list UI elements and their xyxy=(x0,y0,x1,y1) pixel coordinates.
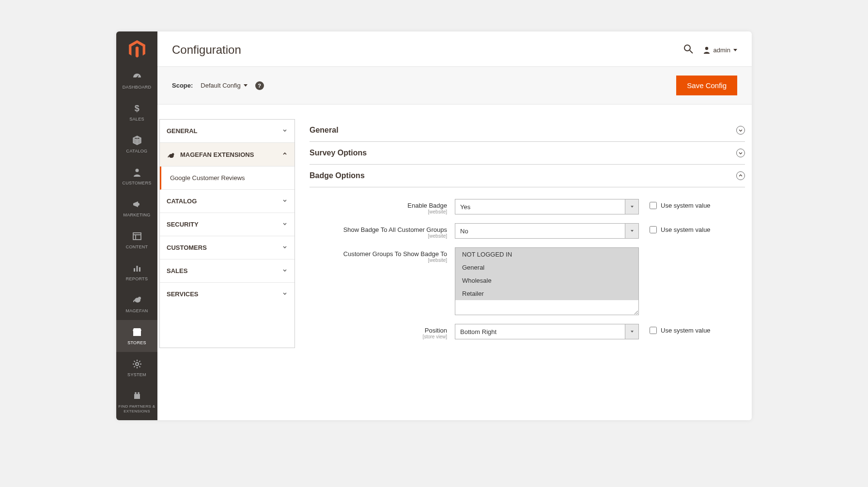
nav-item-reports[interactable]: REPORTS xyxy=(116,256,157,288)
scope-value: Default Config xyxy=(201,82,240,89)
nav-item-stores[interactable]: STORES xyxy=(116,320,157,352)
page-title: Configuration xyxy=(172,43,241,57)
chevron-down-icon xyxy=(625,324,638,339)
field-position: Position [store view] Bottom Right Use s… xyxy=(310,324,745,339)
nav-label: CATALOG xyxy=(126,149,148,153)
use-system-value[interactable]: Use system value xyxy=(639,199,711,209)
nav-item-catalog[interactable]: CATALOG xyxy=(116,128,157,160)
chevron-down-icon xyxy=(625,199,638,214)
multiselect-option[interactable]: Wholesale xyxy=(455,274,638,287)
system-value-checkbox[interactable] xyxy=(650,226,657,233)
svg-rect-4 xyxy=(133,233,141,240)
position-select[interactable]: Bottom Right xyxy=(455,324,639,339)
section-survey-header[interactable]: Survey Options xyxy=(310,142,745,165)
field-scope: [store view] xyxy=(310,334,447,339)
system-value-label: Use system value xyxy=(661,327,711,334)
admin-sidebar: DASHBOARD$SALESCATALOGCUSTOMERSMARKETING… xyxy=(116,31,157,420)
select-value: No xyxy=(460,228,468,235)
nav-label: FIND PARTNERS & EXTENSIONS xyxy=(118,404,155,413)
enable-badge-select[interactable]: Yes xyxy=(455,199,639,214)
layout-icon xyxy=(132,231,142,242)
system-value-label: Use system value xyxy=(661,202,711,209)
cube-icon xyxy=(132,135,142,146)
config-tab-magefan-extensions[interactable]: MAGEFAN EXTENSIONS xyxy=(160,143,294,167)
section-title: General xyxy=(310,126,339,135)
magento-logo[interactable] xyxy=(116,31,157,64)
field-label: Customer Groups To Show Badge To xyxy=(343,250,447,258)
user-icon xyxy=(703,46,711,54)
field-enable-badge: Enable Badge [website] Yes Use system va… xyxy=(310,199,745,214)
magento-logo-icon xyxy=(129,40,145,59)
section-badge-header[interactable]: Badge Options xyxy=(310,165,745,187)
nav-label: CUSTOMERS xyxy=(122,181,151,185)
multiselect-option[interactable]: NOT LOGGED IN xyxy=(455,248,638,261)
svg-point-20 xyxy=(172,153,174,155)
field-label: Show Badge To All Customer Groups xyxy=(343,226,447,233)
save-config-button[interactable]: Save Config xyxy=(676,76,737,95)
nav-item-dashboard[interactable]: DASHBOARD xyxy=(116,64,157,96)
user-menu[interactable]: admin xyxy=(703,46,737,54)
config-tab-services[interactable]: SERVICES xyxy=(160,283,294,305)
nav-label: SYSTEM xyxy=(127,372,146,377)
tab-label: GENERAL xyxy=(167,127,198,135)
tab-label: CATALOG xyxy=(167,198,197,205)
chevron-down-icon xyxy=(282,244,288,251)
nav-item-find-partners-extensions[interactable]: FIND PARTNERS & EXTENSIONS xyxy=(116,384,157,420)
system-value-checkbox[interactable] xyxy=(650,202,657,209)
nav-item-customers[interactable]: CUSTOMERS xyxy=(116,160,157,192)
config-tab-customers[interactable]: CUSTOMERS xyxy=(160,236,294,259)
multiselect-option[interactable]: Retailer xyxy=(455,287,638,300)
tab-label: SALES xyxy=(167,267,187,274)
search-icon[interactable] xyxy=(683,44,693,56)
expand-icon xyxy=(736,149,745,157)
chevron-down-icon xyxy=(282,198,288,205)
svg-point-3 xyxy=(135,169,139,172)
user-name: admin xyxy=(713,46,730,54)
select-value: Yes xyxy=(460,203,470,211)
nav-item-magefan[interactable]: MAGEFAN xyxy=(116,288,157,320)
nav-label: MARKETING xyxy=(123,213,150,217)
elephant-icon xyxy=(132,295,142,305)
config-tab-sales[interactable]: SALES xyxy=(160,259,294,283)
svg-line-17 xyxy=(690,50,693,53)
app-window: DASHBOARD$SALESCATALOGCUSTOMERSMARKETING… xyxy=(116,31,752,420)
svg-point-12 xyxy=(136,363,139,365)
customer-groups-multiselect[interactable]: NOT LOGGED INGeneralWholesaleRetailer xyxy=(455,247,639,315)
scope-label: Scope: xyxy=(172,82,193,89)
field-scope: [website] xyxy=(310,258,447,263)
tab-label: SERVICES xyxy=(167,290,199,298)
svg-rect-9 xyxy=(139,267,140,272)
field-show-all-groups: Show Badge To All Customer Groups [websi… xyxy=(310,223,745,239)
chevron-down-icon xyxy=(625,224,638,238)
nav-item-sales[interactable]: $SALES xyxy=(116,96,157,128)
expand-icon xyxy=(736,126,745,135)
use-system-value[interactable]: Use system value xyxy=(639,324,711,334)
config-subtab-google-customer-reviews[interactable]: Google Customer Reviews xyxy=(160,167,294,190)
config-tab-security[interactable]: SECURITY xyxy=(160,213,294,236)
use-system-value[interactable]: Use system value xyxy=(639,223,711,233)
chevron-down-icon xyxy=(282,267,288,274)
multiselect-option[interactable]: General xyxy=(455,261,638,274)
system-value-checkbox[interactable] xyxy=(650,327,657,334)
nav-label: MAGEFAN xyxy=(125,308,148,313)
nav-item-content[interactable]: CONTENT xyxy=(116,224,157,256)
nav-label: SALES xyxy=(129,117,144,122)
scope-selector[interactable]: Default Config xyxy=(201,82,247,89)
scope-help-icon[interactable]: ? xyxy=(255,81,264,90)
field-scope: [website] xyxy=(310,209,447,214)
tab-label: SECURITY xyxy=(167,221,199,228)
collapse-icon xyxy=(736,171,745,180)
chevron-down-icon xyxy=(282,127,288,135)
config-tab-catalog[interactable]: CATALOG xyxy=(160,190,294,213)
nav-item-system[interactable]: SYSTEM xyxy=(116,352,157,384)
nav-item-marketing[interactable]: MARKETING xyxy=(116,192,157,224)
section-general-header[interactable]: General xyxy=(310,119,745,142)
nav-label: DASHBOARD xyxy=(123,85,152,90)
svg-rect-13 xyxy=(134,394,140,399)
config-tab-general[interactable]: GENERAL xyxy=(160,120,294,143)
svg-point-11 xyxy=(138,297,141,300)
show-all-groups-select[interactable]: No xyxy=(455,223,639,239)
svg-rect-8 xyxy=(136,266,138,272)
gear-icon xyxy=(132,359,142,369)
svg-point-15 xyxy=(138,392,140,394)
